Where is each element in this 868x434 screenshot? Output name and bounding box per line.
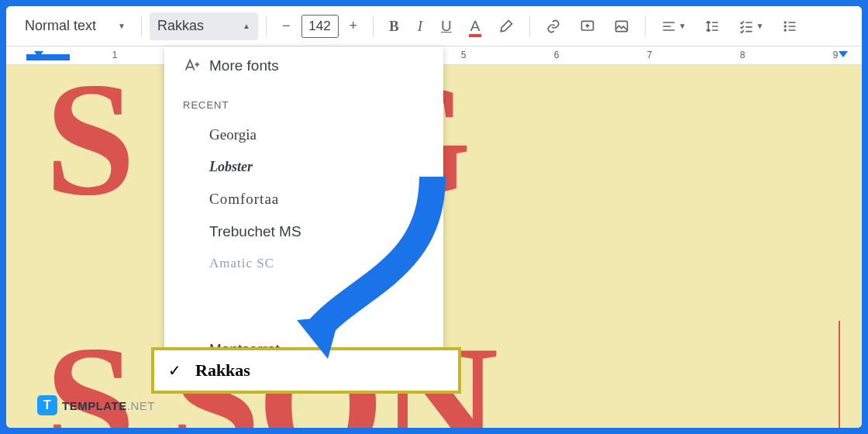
svg-point-3 [784,25,787,27]
more-fonts-label: More fonts [209,57,279,74]
image-icon [614,19,629,34]
paragraph-style-label: Normal text [25,18,96,34]
recent-header: RECENT [164,85,443,119]
decrease-font-size-button[interactable]: − [274,12,298,40]
font-size-input[interactable] [301,15,339,38]
separator [266,16,267,37]
align-button[interactable]: ▼ [653,12,694,40]
svg-point-4 [784,29,787,31]
font-family-label: Rakkas [157,18,204,34]
brand-text: TEMPLATE.NET [62,399,155,412]
separator [645,16,646,37]
dropdown-triangle-icon: ▼ [118,22,126,30]
callout-arrow-icon [285,161,456,363]
ruler-indent-marker[interactable] [34,51,43,57]
text-color-swatch [469,34,482,37]
ruler-right-indent-marker[interactable] [839,51,848,57]
dropdown-triangle-icon: ▼ [756,22,763,30]
paragraph-style-select[interactable]: Normal text ▼ [17,12,133,40]
bold-button[interactable]: B [381,12,407,40]
align-icon [661,19,677,34]
separator [141,16,142,37]
ruler-mark: 8 [740,50,746,60]
font-item-georgia[interactable]: Georgia [164,119,443,151]
comment-icon [580,19,595,34]
increase-font-size-button[interactable]: + [342,12,366,40]
separator [373,16,374,37]
ruler-mark: 7 [647,50,653,60]
insert-link-button[interactable] [538,12,569,40]
checklist-icon [739,19,754,34]
ruler-mark: 9 [833,50,839,60]
highlighter-icon [498,19,514,34]
underline-button[interactable]: U [433,12,460,40]
bulleted-list-button[interactable] [774,12,805,40]
brand-watermark: T TEMPLATE.NET [37,395,155,415]
add-comment-button[interactable] [572,12,603,40]
ruler-mark: 6 [554,50,560,60]
link-icon [546,19,561,34]
separator [529,16,530,37]
font-item-label: Rakkas [195,360,250,381]
bulleted-list-icon [782,19,797,34]
italic-button[interactable]: I [410,12,430,40]
insert-image-button[interactable] [606,12,637,40]
font-size-group: − + [274,12,365,40]
dropdown-triangle-icon: ▲ [243,22,250,30]
app-frame: Normal text ▼ Rakkas ▲ − + B I U A [6,6,862,428]
svg-marker-5 [297,316,339,359]
text-color-button[interactable]: A [463,12,488,40]
brand-logo-icon: T [37,395,57,415]
more-fonts-item[interactable]: More fonts [164,46,443,85]
highlight-color-button[interactable] [491,12,522,40]
dropdown-triangle-icon: ▼ [678,22,686,30]
line-spacing-icon [704,19,720,34]
checklist-button[interactable]: ▼ [731,12,771,40]
svg-point-2 [784,21,787,23]
line-spacing-button[interactable] [697,12,728,40]
toolbar: Normal text ▼ Rakkas ▲ − + B I U A [6,6,862,46]
more-fonts-icon [183,57,209,74]
text-cursor [839,321,840,428]
checkmark-icon: ✓ [168,361,181,380]
font-family-select[interactable]: Rakkas ▲ [150,12,258,40]
